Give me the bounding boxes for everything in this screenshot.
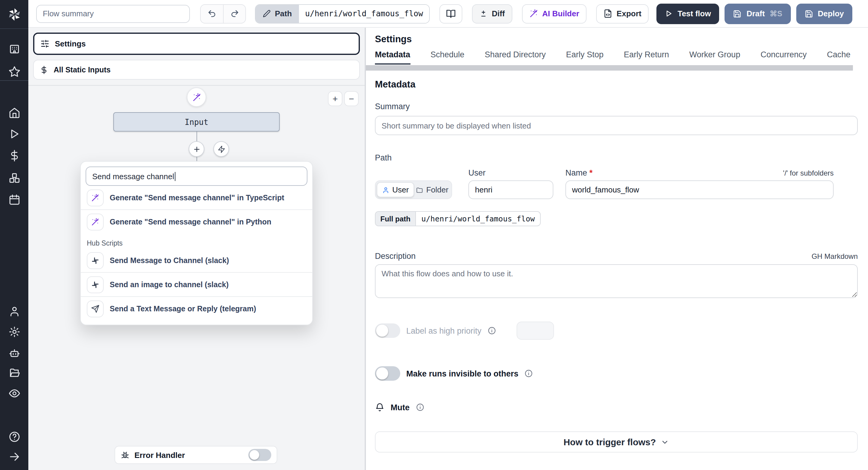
deploy-label: Deploy <box>818 9 844 18</box>
summary-label: Summary <box>375 102 858 111</box>
deploy-button[interactable]: Deploy <box>796 3 852 24</box>
folder-icon <box>416 186 423 194</box>
item-label: Generate "Send message channel" in TypeS… <box>110 194 284 202</box>
item-label: Send Message to Channel (slack) <box>110 256 229 265</box>
bot-icon[interactable] <box>8 347 20 359</box>
wand-icon <box>87 213 104 231</box>
tab-early-stop[interactable]: Early Stop <box>566 50 604 64</box>
hub-script-item[interactable]: Send a Text Message or Reply (telegram) <box>81 297 312 321</box>
how-to-trigger-flows-button[interactable]: How to trigger flows? <box>375 431 858 452</box>
zoom-out-button[interactable]: − <box>344 91 359 106</box>
priority-row: Label as high priority <box>375 322 858 340</box>
owner-kind-segmented: User Folder <box>375 180 452 199</box>
tab-shared-directory[interactable]: Shared Directory <box>485 50 546 64</box>
home-icon[interactable] <box>8 107 20 119</box>
item-label: Send an image to channel (slack) <box>110 280 229 289</box>
gear-icon[interactable] <box>8 326 20 338</box>
trigger-zap-button[interactable] <box>213 141 229 157</box>
test-flow-button[interactable]: Test flow <box>656 3 719 24</box>
owner-user-label: User <box>393 185 409 194</box>
tab-metadata[interactable]: Metadata <box>375 50 410 64</box>
owner-user-option[interactable]: User <box>377 182 414 197</box>
diff-button[interactable]: Diff <box>472 4 512 23</box>
flow-summary-input[interactable] <box>36 4 190 23</box>
tab-early-return[interactable]: Early Return <box>624 50 669 64</box>
zoom-in-button[interactable]: + <box>328 91 342 106</box>
ai-builder-button[interactable]: AI Builder <box>522 4 587 23</box>
error-handler-toggle[interactable] <box>248 449 271 461</box>
generate-typescript-item[interactable]: Generate "Send message channel" in TypeS… <box>81 186 312 210</box>
invisible-runs-toggle[interactable] <box>375 366 400 381</box>
user-icon[interactable] <box>8 305 20 317</box>
input-node[interactable]: Input <box>113 112 280 131</box>
tab-cache[interactable]: Cache <box>827 50 850 64</box>
play-icon[interactable] <box>8 128 20 140</box>
folder-open-icon[interactable] <box>8 367 20 379</box>
draft-button[interactable]: Draft ⌘S <box>725 3 790 24</box>
owner-folder-option[interactable]: Folder <box>414 182 450 197</box>
hub-script-item[interactable]: Send an image to channel (slack) <box>81 273 312 297</box>
save-icon <box>733 9 742 18</box>
tab-concurrency[interactable]: Concurrency <box>761 50 807 64</box>
windmill-logo[interactable] <box>0 0 28 29</box>
hub-script-item[interactable]: Send Message to Channel (slack) <box>81 248 312 273</box>
input-node-label: Input <box>185 117 208 126</box>
boxes-icon[interactable] <box>8 172 20 184</box>
step-picker-dropdown: Send message channel Generate "Send mess… <box>80 161 313 325</box>
generate-python-item[interactable]: Generate "Send message channel" in Pytho… <box>81 210 312 234</box>
redo-button[interactable] <box>223 4 245 23</box>
help-icon[interactable] <box>8 431 20 443</box>
step-search-input[interactable]: Send message channel <box>86 167 307 186</box>
eye-icon[interactable] <box>8 387 20 400</box>
settings-tabs: Metadata Schedule Shared Directory Early… <box>375 50 858 64</box>
calendar-icon[interactable] <box>8 194 20 206</box>
path-value: u/henri/world_famous_flow <box>299 4 429 23</box>
static-inputs-label: All Static Inputs <box>54 65 111 74</box>
ai-flow-builder-button[interactable] <box>187 87 206 107</box>
flow-graph: + − Input Send messag <box>28 86 365 470</box>
slack-icon <box>87 252 104 269</box>
user-input[interactable] <box>468 180 553 199</box>
info-icon <box>524 369 533 378</box>
pen-icon <box>263 10 271 18</box>
test-flow-label: Test flow <box>678 9 711 18</box>
wand-icon <box>87 189 104 206</box>
building-icon[interactable] <box>8 43 20 55</box>
undo-redo-group <box>200 4 246 23</box>
docs-button[interactable] <box>439 4 462 23</box>
tab-schedule[interactable]: Schedule <box>430 50 464 64</box>
mute-row: Mute <box>375 403 858 412</box>
ai-builder-label: AI Builder <box>542 9 579 18</box>
tab-worker-group[interactable]: Worker Group <box>689 50 740 64</box>
path-fields: User Name * '/' for subfolders User <box>375 168 858 199</box>
user-field-label: User <box>468 168 486 177</box>
sliders-icon <box>40 39 50 48</box>
summary-input[interactable] <box>375 116 858 135</box>
chevron-down-icon <box>661 438 669 446</box>
undo-button[interactable] <box>201 4 223 23</box>
dollar-icon[interactable] <box>8 150 20 162</box>
play-icon <box>665 10 673 18</box>
export-button[interactable]: Export <box>596 4 649 23</box>
info-icon <box>415 403 424 411</box>
step-search-value: Send message channel <box>92 172 174 181</box>
path-button[interactable]: Path u/henri/world_famous_flow <box>255 4 430 23</box>
flow-settings-button[interactable]: Settings <box>33 33 360 55</box>
add-step-button[interactable] <box>189 141 204 157</box>
tabs-scrollbar[interactable] <box>366 65 853 70</box>
arrow-right-icon[interactable] <box>8 451 20 463</box>
description-textarea[interactable] <box>375 264 858 298</box>
priority-toggle[interactable] <box>375 323 400 338</box>
bell-icon <box>375 403 384 412</box>
trigger-label: How to trigger flows? <box>564 437 656 447</box>
owner-folder-label: Folder <box>426 185 448 194</box>
save-icon <box>804 9 813 18</box>
metadata-heading: Metadata <box>375 79 858 90</box>
path-section-label: Path <box>375 153 858 162</box>
name-input[interactable] <box>565 180 834 199</box>
subfolder-hint: '/' for subfolders <box>565 169 834 177</box>
priority-value-input[interactable] <box>516 322 554 340</box>
static-inputs-button[interactable]: All Static Inputs <box>33 60 360 80</box>
error-handler-node[interactable]: Error Handler <box>115 446 277 464</box>
star-icon[interactable] <box>8 66 20 78</box>
